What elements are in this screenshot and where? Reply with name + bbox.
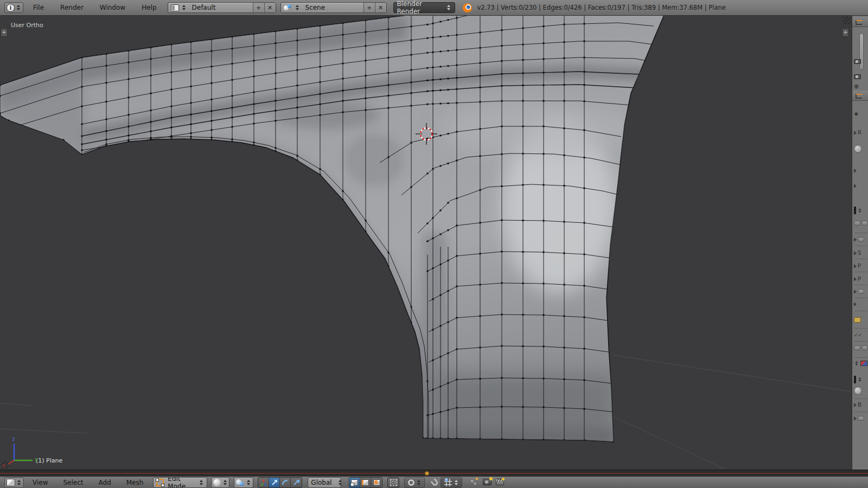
viewport-menu-mesh[interactable]: Mesh [124,479,146,486]
info-header: i FileRenderWindowHelp Default + ✕ Scene… [0,0,868,16]
panel-scrollbar[interactable] [859,33,864,70]
editor-header[interactable] [852,91,868,101]
pin-icon: ✸ [854,111,858,117]
screen-layout-close-button[interactable]: ✕ [264,3,276,12]
panel-divider [854,233,867,233]
opengl-render-button[interactable] [483,477,492,487]
panel-item[interactable] [854,387,868,395]
panel-label: B [858,402,861,408]
mesh-canvas[interactable] [0,16,852,470]
camera-icon [854,59,861,64]
blender-logo-icon [463,3,472,12]
viewport-corner-handle[interactable] [1,461,9,468]
transform-orientation-selector[interactable]: Global [308,477,341,488]
panel-item[interactable] [854,416,868,421]
pivot-point-selector[interactable] [234,477,253,488]
panel-item[interactable] [854,237,868,242]
panel-item[interactable] [854,74,868,79]
timeline-sliver[interactable] [0,470,868,476]
panel-divider [854,328,867,329]
scene-value[interactable]: Scene [303,3,363,12]
panel-label: P [858,276,861,282]
vertex-select-button[interactable] [349,478,360,487]
viewport-menu-view[interactable]: View [30,479,50,486]
panel-item[interactable] [854,376,868,383]
checkbox-icons: ✓✓ [854,332,862,338]
snap-increment-icon [444,479,452,486]
image-icon [860,361,867,366]
snap-element-selector[interactable] [441,477,462,488]
center-points-icon: ⤡ [469,479,477,486]
snap-toggle-button[interactable] [430,479,439,486]
panel-divider [854,285,867,285]
face-select-button[interactable] [371,478,382,487]
translate-manipulator-button[interactable] [269,478,280,487]
panel-item[interactable]: B [854,402,868,408]
mode-value[interactable]: Edit Mode [167,478,196,487]
toolshelf-expand-button[interactable]: + [1,28,8,37]
orientation-value[interactable]: Global [308,478,334,487]
value-slider-icon [854,376,856,383]
panel-item[interactable]: S [854,250,868,256]
proportional-edit-selector[interactable] [404,477,425,488]
panel-item[interactable] [854,317,868,323]
panel-item[interactable] [854,169,868,173]
panel-item[interactable]: ✓✓ [854,332,868,338]
editor-type-button-info[interactable]: i [4,2,23,13]
panel-item[interactable]: R [854,130,868,136]
limit-to-visible-button[interactable] [387,477,399,488]
panel-divider [854,311,867,311]
menu-file[interactable]: File [31,4,46,11]
panel-item[interactable]: P [854,276,868,282]
timeline-current-frame-marker[interactable] [425,471,429,476]
panel-item[interactable] [854,345,868,350]
menu-help[interactable]: Help [139,4,158,11]
panel-expand-icon [854,290,857,294]
panel-item[interactable] [854,145,868,153]
panel-expand-icon [854,416,857,421]
manipulator-toggle-button[interactable] [258,478,269,487]
viewport-3d[interactable]: User Ortho (1) Plane + + z y x [0,16,852,470]
panel-item[interactable] [854,59,868,64]
panel-item[interactable] [854,207,868,214]
editor-header[interactable] [852,17,868,27]
opengl-render-anim-button[interactable] [496,477,504,487]
panel-item[interactable]: ✸ [854,111,868,117]
panel-item[interactable] [854,302,868,306]
panel-item[interactable]: P [854,263,868,269]
panel-button [854,221,860,226]
panel-divider [854,412,867,412]
scene-close-button[interactable]: ✕ [375,3,386,12]
panel-item[interactable]: ⊕ [854,83,868,90]
screen-layout-selector[interactable]: Default + ✕ [168,2,276,13]
axis-z-label: z [12,436,15,442]
panel-item[interactable] [854,289,868,294]
panel-item[interactable] [854,221,868,226]
proportional-edit-icon [408,479,414,486]
rotate-manipulator-button[interactable] [280,478,291,487]
editor-type-button-3dview[interactable] [4,477,24,488]
scale-manipulator-button[interactable] [291,478,302,487]
arrows-icon [858,377,862,382]
viewport-menu-add[interactable]: Add [97,479,113,486]
properties-panel-sliver[interactable]: ⊕✸RSPP✓✓B [852,16,868,470]
viewport-menu-select[interactable]: Select [61,479,85,486]
mode-selector[interactable]: Edit Mode [153,477,207,488]
screen-layout-add-button[interactable]: + [253,3,264,12]
viewport-corner-handle[interactable] [843,17,851,24]
viewport-shading-selector[interactable] [211,477,229,488]
render-engine-selector[interactable]: Blender Render [393,2,455,13]
edge-select-button[interactable] [360,478,371,487]
properties-region-expand-button[interactable]: + [842,28,849,37]
axis-y-label: y [35,457,38,463]
screen-layout-value[interactable]: Default [189,3,253,12]
menu-render[interactable]: Render [58,4,86,11]
menu-window[interactable]: Window [98,4,127,11]
manipulate-center-points-button[interactable]: ⤡ [468,479,478,486]
panel-label: S [858,250,861,256]
render-engine-arrows-icon [446,5,451,10]
scene-selector[interactable]: Scene + ✕ [280,2,387,13]
scene-add-button[interactable]: + [363,3,375,12]
panel-item[interactable] [854,184,868,188]
panel-item[interactable] [854,361,868,366]
